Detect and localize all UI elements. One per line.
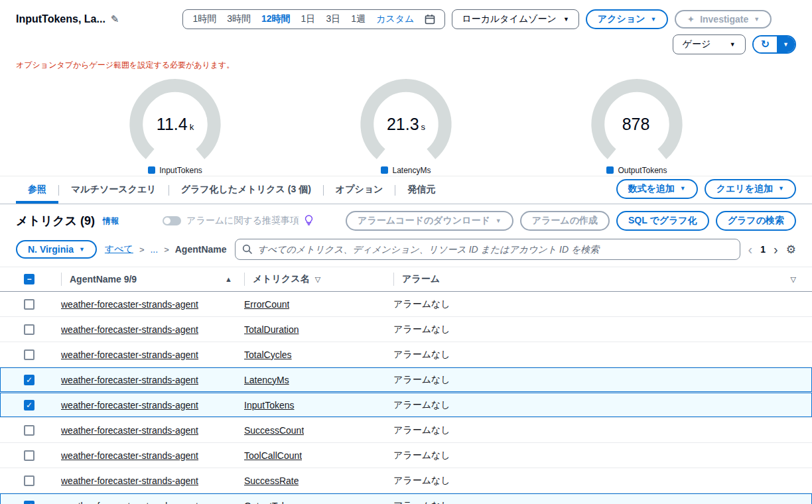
metric-name-link[interactable]: TotalCycles [244, 349, 292, 360]
search-input[interactable] [235, 239, 740, 260]
column-header-agentname[interactable]: AgentName 9/9 ▲ [61, 273, 244, 286]
table-row[interactable]: weather-forecaster-strands-agent ErrorCo… [0, 292, 812, 317]
time-range-custom[interactable]: カスタム [376, 13, 414, 25]
metric-name-link[interactable]: SuccessRate [244, 475, 299, 486]
breadcrumb-separator: > [139, 245, 145, 255]
prev-page-icon[interactable]: ‹ [748, 243, 753, 256]
table-row[interactable]: weather-forecaster-strands-agent Success… [0, 468, 812, 493]
agent-name-link[interactable]: weather-forecaster-strands-agent [61, 375, 198, 385]
table-row[interactable]: weather-forecaster-strands-agent TotalDu… [0, 317, 812, 342]
tab-source[interactable]: 発信元 [395, 176, 447, 204]
table-row[interactable]: weather-forecaster-strands-agent TotalCy… [0, 342, 812, 367]
table-row[interactable]: weather-forecaster-strands-agent Success… [0, 418, 812, 443]
agent-name-link[interactable]: weather-forecaster-strands-agent [61, 349, 198, 360]
next-page-icon[interactable]: › [774, 243, 778, 256]
gauge-value: 21.3s [340, 115, 472, 134]
agent-name-link[interactable]: weather-forecaster-strands-agent [61, 450, 198, 461]
download-alarm-code-button[interactable]: アラームコードのダウンロード ▼ [346, 211, 513, 231]
select-all-checkbox[interactable]: − [24, 274, 34, 284]
gauge-legend[interactable]: OutputTokens [606, 166, 667, 175]
time-range-1d[interactable]: 1日 [301, 13, 316, 25]
info-link[interactable]: 情報 [103, 216, 119, 227]
investigate-button[interactable]: ✦ Investigate ▼ [675, 10, 772, 29]
chart-type-select[interactable]: ゲージ ▼ [673, 34, 746, 54]
sort-icon[interactable]: ▽ [315, 275, 320, 284]
metric-name-link[interactable]: OutputTokens [244, 501, 301, 504]
time-range-3h[interactable]: 3時間 [227, 13, 251, 25]
table-row[interactable]: ✓ weather-forecaster-strands-agent Input… [0, 393, 812, 418]
actions-button[interactable]: アクション ▼ [586, 9, 669, 29]
calendar-icon[interactable] [425, 14, 435, 25]
row-checkbox[interactable] [24, 450, 34, 461]
column-header-metric-name[interactable]: メトリクス名 ▽ [244, 273, 393, 286]
region-select[interactable]: N. Virginia ▼ [16, 240, 97, 259]
tab-bar: 参照 マルチソースクエリ グラフ化したメトリクス (3 個) オプション 発信元… [0, 176, 812, 204]
gear-icon[interactable]: ⚙ [786, 244, 796, 255]
gauge-legend[interactable]: InputTokens [148, 166, 202, 175]
row-checkbox[interactable]: ✓ [24, 400, 34, 410]
gauge-widgets: 11.4k InputTokens 21.3s LatencyMs 878 Ou… [0, 71, 812, 176]
time-range-1h[interactable]: 1時間 [192, 13, 216, 25]
gauge-latency-ms: 21.3s LatencyMs [340, 71, 472, 176]
refresh-options-button[interactable]: ▼ [777, 36, 795, 52]
create-alarm-button[interactable]: アラームの作成 [520, 211, 610, 231]
alarm-status: アラームなし [393, 374, 796, 386]
column-header-alarm[interactable]: アラーム ▽ [393, 273, 796, 286]
agent-name-link[interactable]: weather-forecaster-strands-agent [61, 324, 198, 335]
metric-name-link[interactable]: TotalDuration [244, 324, 299, 335]
check-icon: ✓ [26, 502, 33, 504]
table-row[interactable]: weather-forecaster-strands-agent ToolCal… [0, 443, 812, 468]
chevron-down-icon: ▼ [754, 17, 760, 23]
metric-name-link[interactable]: InputTokens [244, 400, 295, 410]
tab-browse[interactable]: 参照 [16, 176, 58, 204]
breadcrumb-separator: > [164, 245, 169, 255]
add-math-button[interactable]: 数式を追加 ▼ [616, 179, 698, 199]
row-checkbox[interactable] [24, 299, 34, 310]
timezone-select[interactable]: ローカルタイムゾーン ▼ [452, 9, 579, 29]
alarm-recommendation-toggle[interactable] [163, 216, 181, 225]
alarm-status: アラームなし [393, 298, 796, 310]
search-graph-button[interactable]: グラフの検索 [716, 211, 796, 231]
time-range-3d[interactable]: 3日 [326, 13, 340, 25]
edit-icon[interactable]: ✎ [111, 13, 119, 25]
row-checkbox[interactable] [24, 475, 34, 486]
alarm-status: アラームなし [393, 500, 796, 504]
time-range-1w[interactable]: 1週 [351, 13, 366, 25]
sort-icon[interactable]: ▽ [791, 275, 796, 284]
row-checkbox[interactable]: ✓ [24, 501, 34, 504]
agent-name-link[interactable]: weather-forecaster-strands-agent [61, 425, 198, 436]
row-checkbox[interactable] [24, 425, 34, 436]
agent-name-link[interactable]: weather-forecaster-strands-agent [61, 501, 198, 504]
breadcrumb-ellipsis[interactable]: ... [150, 244, 158, 255]
time-range-12h[interactable]: 12時間 [261, 13, 291, 25]
sort-ascending-icon[interactable]: ▲ [225, 275, 232, 283]
add-query-button[interactable]: クエリを追加 ▼ [705, 179, 796, 199]
refresh-split-button: ↻ ▼ [752, 35, 796, 54]
tab-options[interactable]: オプション [324, 176, 395, 204]
metric-name-link[interactable]: SuccessCount [244, 425, 304, 436]
graph-with-sql-button[interactable]: SQL でグラフ化 [616, 211, 709, 231]
gauge-legend[interactable]: LatencyMs [381, 166, 431, 175]
search-container [235, 239, 740, 260]
agent-name-link[interactable]: weather-forecaster-strands-agent [61, 400, 198, 410]
agent-name-link[interactable]: weather-forecaster-strands-agent [61, 475, 198, 486]
agent-name-link[interactable]: weather-forecaster-strands-agent [61, 299, 198, 310]
metric-name-link[interactable]: ErrorCount [244, 299, 289, 310]
tab-multi-source-query[interactable]: マルチソースクエリ [59, 176, 169, 204]
breadcrumb-all[interactable]: すべて [105, 243, 133, 255]
tab-graphed-metrics[interactable]: グラフ化したメトリクス (3 個) [169, 176, 323, 204]
metrics-table: − AgentName 9/9 ▲ メトリクス名 ▽ アラーム ▽ weathe… [0, 267, 812, 504]
alarm-status: アラームなし [393, 399, 796, 411]
breadcrumb: すべて > ... > AgentName [105, 243, 227, 255]
row-checkbox[interactable] [24, 349, 34, 360]
table-row[interactable]: ✓ weather-forecaster-strands-agent Outpu… [0, 493, 812, 504]
chevron-down-icon: ▼ [730, 42, 736, 48]
metric-name-link[interactable]: ToolCallCount [244, 450, 302, 461]
metric-name-link[interactable]: LatencyMs [244, 375, 289, 385]
table-row[interactable]: ✓ weather-forecaster-strands-agent Laten… [0, 367, 812, 393]
gauge-input-tokens: 11.4k InputTokens [109, 71, 241, 176]
refresh-icon[interactable]: ↻ [754, 36, 777, 52]
current-page[interactable]: 1 [760, 244, 766, 255]
row-checkbox[interactable]: ✓ [24, 375, 34, 385]
row-checkbox[interactable] [24, 324, 34, 335]
